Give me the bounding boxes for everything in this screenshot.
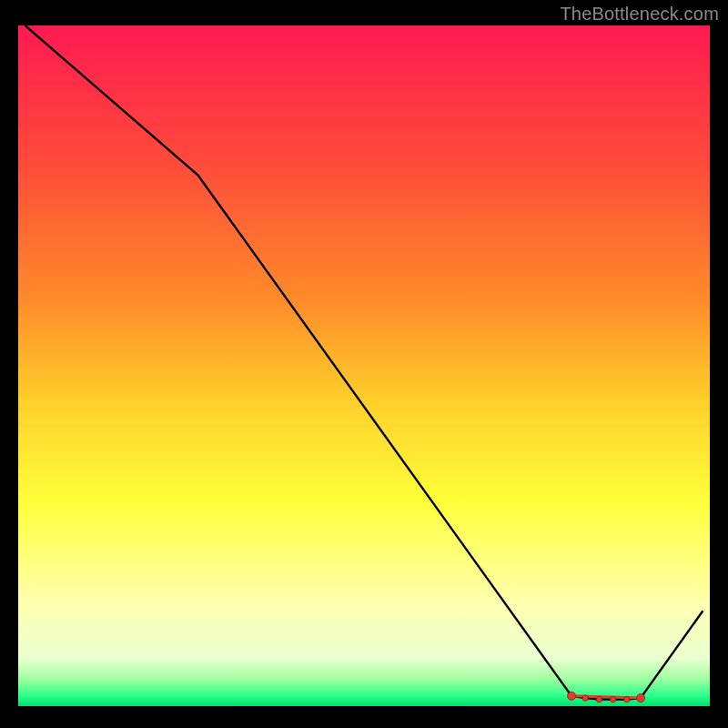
optimal-marker: [596, 696, 602, 702]
optimal-marker: [637, 694, 645, 703]
optimal-marker: [582, 695, 588, 701]
optimal-marker: [568, 692, 576, 700]
optimal-marker: [610, 696, 615, 702]
attribution-text: TheBottleneck.com: [560, 4, 719, 25]
gradient-background: [18, 25, 710, 706]
optimal-marker: [624, 696, 630, 702]
bottleneck-chart: [18, 25, 710, 706]
